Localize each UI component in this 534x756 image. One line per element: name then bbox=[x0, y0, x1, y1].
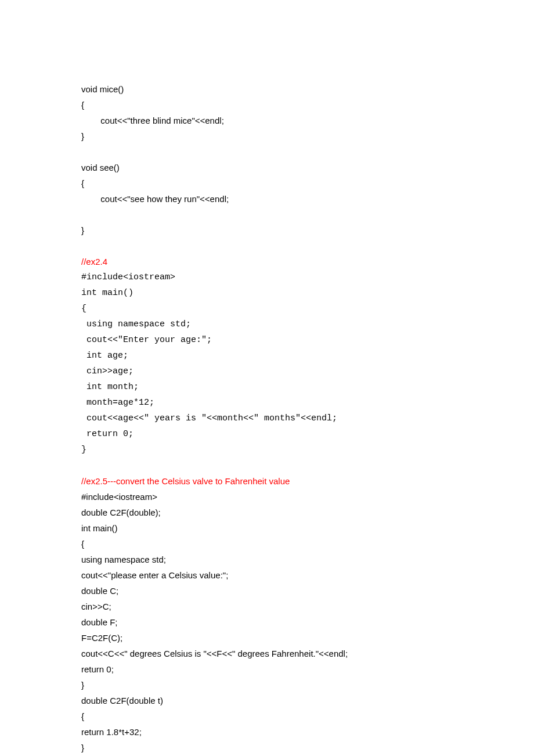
code-line: } bbox=[81, 677, 453, 693]
code-line: } bbox=[81, 128, 453, 144]
code-line: cout<<"three blind mice"<<endl; bbox=[81, 113, 453, 128]
code-line: double C2F(double); bbox=[81, 505, 453, 520]
code-line: { bbox=[81, 536, 453, 552]
code-line: int main() bbox=[81, 285, 453, 301]
section-header: //ex2.4 bbox=[81, 254, 453, 269]
code-line: } bbox=[81, 222, 453, 238]
code-line: } bbox=[81, 740, 453, 755]
code-line: F=C2F(C); bbox=[81, 630, 453, 646]
section-header: //ex2.5---convert the Celsius valve to F… bbox=[81, 473, 453, 489]
code-line: double F; bbox=[81, 614, 453, 630]
code-line: } bbox=[81, 442, 453, 458]
code-line: int month; bbox=[81, 379, 453, 395]
code-line: month=age*12; bbox=[81, 395, 453, 411]
code-line: cout<<C<<" degrees Celsius is "<<F<<" de… bbox=[81, 646, 453, 661]
code-line: #include<iostream> bbox=[81, 269, 453, 285]
code-line: int age; bbox=[81, 348, 453, 363]
code-line: cout<<"see how they run"<<endl; bbox=[81, 191, 453, 207]
code-line: cout<<"Enter your age:"; bbox=[81, 332, 453, 348]
code-line: double C2F(double t) bbox=[81, 693, 453, 708]
code-line: return 0; bbox=[81, 661, 453, 677]
code-line: #include<iostream> bbox=[81, 489, 453, 505]
code-line: void see() bbox=[81, 160, 453, 175]
code-line: return 1.8*t+32; bbox=[81, 724, 453, 740]
blank-line bbox=[81, 238, 453, 254]
document-page: void mice() { cout<<"three blind mice"<<… bbox=[0, 0, 534, 756]
blank-line bbox=[81, 458, 453, 473]
code-line: int main() bbox=[81, 520, 453, 536]
code-line: { bbox=[81, 708, 453, 724]
code-line: cin>>age; bbox=[81, 363, 453, 379]
blank-line bbox=[81, 207, 453, 222]
code-line: using namespace std; bbox=[81, 552, 453, 567]
code-line: cin>>C; bbox=[81, 599, 453, 614]
code-line: { bbox=[81, 97, 453, 113]
code-line: { bbox=[81, 175, 453, 191]
code-line: cout<<age<<" years is "<<month<<" months… bbox=[81, 411, 453, 426]
code-line: { bbox=[81, 301, 453, 316]
code-line: return 0; bbox=[81, 426, 453, 442]
code-line: double C; bbox=[81, 583, 453, 599]
code-line: using namespace std; bbox=[81, 316, 453, 332]
blank-line bbox=[81, 144, 453, 160]
code-line: cout<<"please enter a Celsius value:"; bbox=[81, 567, 453, 583]
code-line: void mice() bbox=[81, 81, 453, 97]
